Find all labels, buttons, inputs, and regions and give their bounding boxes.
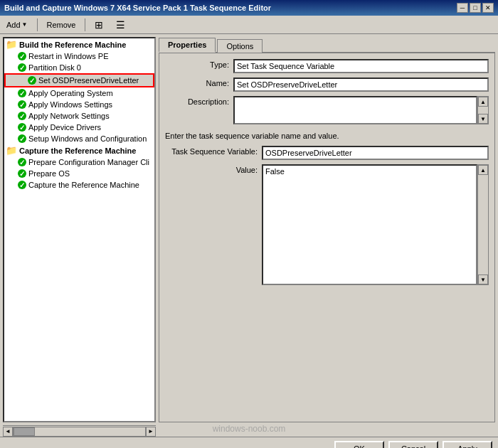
remove-label: Remove [47,21,76,29]
toolbar-icon-btn-1[interactable]: ⊞ [91,17,107,33]
main-content: 📁 Build the Reference Machine ✓ Restart … [0,34,498,425]
tree-panel[interactable]: 📁 Build the Reference Machine ✓ Restart … [3,37,156,422]
group2-folder-icon: 📁 [6,145,17,156]
value-field: False ▲ ▼ [262,164,489,285]
check-icon-capture: ✓ [17,180,27,190]
description-label: Description: [165,96,229,106]
title-bar-buttons: ─ □ ✕ [457,3,494,13]
close-button[interactable]: ✕ [482,3,494,13]
svg-text:✓: ✓ [19,112,25,120]
value-input[interactable]: False [262,164,477,285]
tabs: Properties Options [159,37,495,53]
value-scroll-up[interactable]: ▲ [478,165,488,175]
hscroll-inner[interactable] [13,427,146,437]
add-label: Add [6,21,21,29]
tree-item-partition[interactable]: ✓ Partition Disk 0 [4,62,154,73]
check-icon-applywin: ✓ [17,100,27,110]
tree-item-setup-label: Setup Windows and Configuration [28,134,147,143]
add-dropdown-icon[interactable]: ▼ [22,21,28,28]
svg-text:✓: ✓ [19,181,25,189]
tree-item-osd-label: Set OSDPreserveDriveLetter [38,76,139,85]
svg-text:✓: ✓ [19,135,25,143]
scroll-down-arrow[interactable]: ▼ [478,114,488,124]
tree-item-prepare-cfg[interactable]: ✓ Prepare Configuration Manager Cli [4,156,154,168]
svg-text:✓: ✓ [19,64,25,72]
toolbar-separator [37,18,38,31]
type-label: Type: [165,59,229,69]
tab-options-label: Options [226,42,253,50]
svg-text:✓: ✓ [19,90,25,97]
hscroll-left-arrow[interactable]: ◄ [3,427,13,437]
desc-scrollbar: ▲ ▼ [477,96,489,124]
tree-item-setup[interactable]: ✓ Setup Windows and Configuration [4,133,154,144]
toolbar-icon-1: ⊞ [95,19,103,31]
tree-item-restart-label: Restart in Windows PE [28,52,108,60]
group2-label[interactable]: 📁 Capture the Reference Machine [4,144,154,156]
window-title: Build and Capture Windows 7 X64 Service … [4,4,271,12]
name-field [233,78,489,92]
tab-properties[interactable]: Properties [159,38,216,53]
group1-label[interactable]: 📁 Build the Reference Machine [4,38,154,50]
bottom-bar: OK Cancel Apply [0,437,498,448]
description-row: Description: ▲ ▼ [165,96,489,124]
tree-item-partition-label: Partition Disk 0 [28,63,81,72]
title-bar: Build and Capture Windows 7 X64 Service … [0,0,498,16]
name-row: Name: [165,78,489,92]
minimize-button[interactable]: ─ [457,3,468,13]
tree-item-applywin[interactable]: ✓ Apply Windows Settings [4,99,154,110]
tree-item-drivers[interactable]: ✓ Apply Device Drivers [4,122,154,133]
hscroll-right-arrow[interactable]: ► [146,427,156,437]
toolbar-icon-2: ☰ [116,19,125,31]
ok-button[interactable]: OK [334,441,384,449]
tree-item-applynet[interactable]: ✓ Apply Network Settings [4,110,154,122]
name-input[interactable] [233,78,489,92]
type-input[interactable] [233,59,489,73]
tree-item-prepareos[interactable]: ✓ Prepare OS [4,168,154,179]
hscroll-bar: ◄ ► [3,425,156,437]
scroll-up-arrow[interactable]: ▲ [478,97,488,107]
tsv-label: Task Sequence Variable: [165,146,258,156]
restore-button[interactable]: □ [470,3,481,13]
watermark: windows-noob.com [213,424,286,434]
group1-folder-icon: 📁 [6,39,17,50]
tree-item-capture-label: Capture the Reference Machine [28,181,139,189]
type-field [233,59,489,73]
check-icon-osd: ✓ [27,75,37,85]
remove-button[interactable]: Remove [43,19,80,31]
svg-text:✓: ✓ [19,124,25,132]
check-icon-partition: ✓ [17,63,27,73]
cancel-button[interactable]: Cancel [388,441,438,449]
tree-item-prepare-cfg-label: Prepare Configuration Manager Cli [28,158,149,166]
tab-options[interactable]: Options [217,39,263,53]
type-row: Type: [165,59,489,73]
description-input[interactable] [233,96,477,124]
properties-panel: Type: Name: Description: ▲ [159,53,495,422]
section-text: Enter the task sequence variable name an… [165,132,489,140]
toolbar-icon-btn-2[interactable]: ☰ [112,17,128,33]
tsv-input[interactable] [262,146,489,160]
right-panel: Properties Options Type: Name: [159,37,495,422]
svg-text:✓: ✓ [19,170,25,178]
tsv-row: Task Sequence Variable: [165,146,489,160]
svg-text:✓: ✓ [19,101,25,109]
toolbar-separator-2 [85,18,85,31]
toolbar: Add ▼ Remove ⊞ ☰ [0,16,498,34]
group1-text: Build the Reference Machine [19,41,126,49]
tree-item-restart[interactable]: ✓ Restart in Windows PE [4,50,154,62]
tree-item-osd[interactable]: ✓ Set OSDPreserveDriveLetter [4,73,154,87]
value-row: Value: False ▲ ▼ [165,164,489,285]
check-icon-prepareos: ✓ [17,169,27,178]
check-icon-applyos: ✓ [17,88,27,98]
tree-item-applywin-label: Apply Windows Settings [28,100,112,109]
svg-text:✓: ✓ [19,53,25,60]
hscroll-thumb[interactable] [14,427,35,436]
add-button[interactable]: Add ▼ [3,19,31,31]
tab-properties-label: Properties [168,41,206,49]
tree-item-capture[interactable]: ✓ Capture the Reference Machine [4,179,154,191]
tree-item-applyos-label: Apply Operating System [28,89,113,97]
tree-item-applyos[interactable]: ✓ Apply Operating System [4,87,154,99]
value-scroll-down[interactable]: ▼ [478,274,488,284]
value-label: Value: [165,164,258,174]
apply-button[interactable]: Apply [443,441,492,449]
value-scrollbar: ▲ ▼ [477,164,489,285]
